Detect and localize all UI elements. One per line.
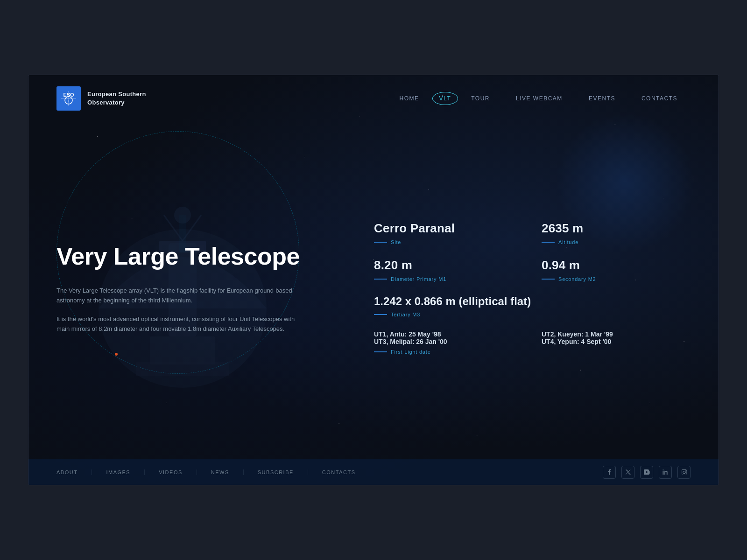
instagram-icon[interactable] [677, 466, 691, 479]
linkedin-icon[interactable] [659, 466, 672, 479]
stat-line-fl [374, 351, 387, 352]
stats-grid: Cerro Paranal Site 2635 m Altitude [374, 221, 691, 355]
footer-about[interactable]: ABOUT [56, 469, 92, 475]
stat-line-tertiary [374, 314, 387, 315]
fl-ut4: UT4, Yepun: 4 Sept '00 [542, 338, 691, 345]
fl-ut2: UT2, Kueyen: 1 Mar '99 [542, 330, 691, 338]
logo-link[interactable]: ESO + European Southern Observatory [56, 86, 146, 111]
main-nav: ESO + European Southern Observatory HOME… [28, 75, 719, 122]
footer-videos[interactable]: VIDEOS [145, 469, 197, 475]
left-panel: Very Large Telescope The Very Large Tele… [56, 131, 346, 440]
stat-primary-label-row: Diameter Primary M1 [374, 276, 523, 282]
stat-tertiary-label: Tertiary M3 [391, 312, 420, 317]
nav-vlt[interactable]: VLT [432, 92, 458, 105]
footer-images[interactable]: IMAGES [92, 469, 145, 475]
fl-label-row: First Light date [374, 349, 691, 355]
stat-line-alt [542, 242, 555, 243]
logo-box: ESO + [56, 86, 81, 111]
stat-altitude-label-row: Altitude [542, 239, 691, 245]
stat-altitude-value: 2635 m [542, 221, 691, 236]
stat-first-light: UT1, Antu: 25 May '98 UT3, Melipal: 26 J… [374, 330, 691, 355]
stat-secondary-value: 0.94 m [542, 258, 691, 273]
nav-contacts[interactable]: CONTACTS [628, 91, 691, 105]
stat-tertiary-value: 1.242 x 0.866 m (elliptical flat) [374, 295, 691, 308]
stat-secondary-label-row: Secondary M2 [542, 276, 691, 282]
nav-events[interactable]: EVENTS [576, 91, 628, 105]
footer-news[interactable]: NEWS [197, 469, 244, 475]
nav-tour[interactable]: TOUR [458, 91, 503, 105]
stat-site: Cerro Paranal Site [374, 221, 523, 245]
fl-ut3: UT3, Melipal: 26 Jan '00 [374, 338, 523, 345]
facebook-icon[interactable] [603, 466, 616, 479]
footer: ABOUT IMAGES VIDEOS NEWS SUBSCRIBE CONTA… [28, 459, 719, 485]
fl-ut1: UT1, Antu: 25 May '98 [374, 330, 523, 338]
stat-line [374, 242, 387, 243]
orange-dot-accent [115, 353, 118, 356]
twitter-icon[interactable] [621, 466, 634, 479]
first-light-dates: UT1, Antu: 25 May '98 UT3, Melipal: 26 J… [374, 330, 691, 345]
stat-altitude: 2635 m Altitude [542, 221, 691, 245]
nav-live-webcam[interactable]: LIVE WEBCAM [503, 91, 576, 105]
stat-primary-value: 8.20 m [374, 258, 523, 273]
content-body: Very Large Telescope The Very Large Tele… [28, 122, 719, 459]
footer-links: ABOUT IMAGES VIDEOS NEWS SUBSCRIBE CONTA… [56, 469, 370, 475]
fl-left: UT1, Antu: 25 May '98 UT3, Melipal: 26 J… [374, 330, 523, 345]
stat-line-secondary [542, 279, 555, 280]
stat-secondary-label: Secondary M2 [558, 276, 596, 282]
stat-secondary: 0.94 m Secondary M2 [542, 258, 691, 282]
org-name: European Southern Observatory [87, 90, 146, 107]
stat-altitude-label: Altitude [558, 239, 578, 245]
stat-line-primary [374, 279, 387, 280]
right-panel: Cerro Paranal Site 2635 m Altitude [346, 131, 691, 440]
hero-desc-1: The Very Large Telescope array (VLT) is … [56, 286, 299, 306]
nav-links: HOME VLT TOUR LIVE WEBCAM EVENTS CONTACT… [387, 91, 691, 105]
youtube-icon[interactable] [640, 466, 653, 479]
social-icons [603, 466, 691, 479]
stat-tertiary: 1.242 x 0.866 m (elliptical flat) Tertia… [374, 295, 691, 317]
footer-subscribe[interactable]: SUBSCRIBE [244, 469, 308, 475]
fl-label: First Light date [391, 349, 431, 355]
stat-primary-label: Diameter Primary M1 [391, 276, 446, 282]
stat-tertiary-label-row: Tertiary M3 [374, 312, 691, 317]
fl-right: UT2, Kueyen: 1 Mar '99 UT4, Yepun: 4 Sep… [542, 330, 691, 345]
footer-contacts[interactable]: CONTACTS [308, 469, 370, 475]
stat-primary: 8.20 m Diameter Primary M1 [374, 258, 523, 282]
stat-site-label: Site [391, 239, 401, 245]
stat-site-label-row: Site [374, 239, 523, 245]
hero-desc-2: It is the world's most advanced optical … [56, 314, 299, 334]
hero-title: Very Large Telescope [56, 243, 346, 271]
nav-home[interactable]: HOME [387, 91, 432, 105]
stat-site-value: Cerro Paranal [374, 221, 523, 236]
